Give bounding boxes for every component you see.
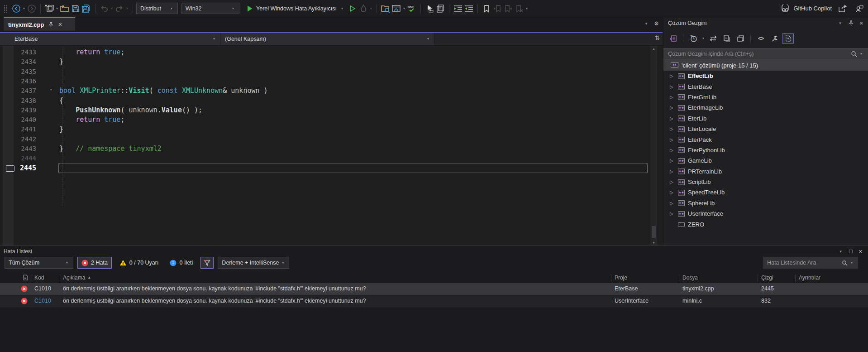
error-row[interactable]: C1010ön derlenmiş üstbilgi aranırken bek… (0, 295, 868, 308)
error-severity-icon[interactable] (21, 285, 28, 294)
tree-item-ScriptLib[interactable]: ▷ScriptLib (663, 177, 868, 187)
tree-item-PRTerrainLib[interactable]: ▷PRTerrainLib (663, 166, 868, 177)
severity-column-icon[interactable] (23, 275, 28, 282)
code-line-2433[interactable]: 2433 return true; (0, 48, 663, 58)
code-line-2435[interactable]: 2435 (0, 67, 663, 77)
new-project-button[interactable] (44, 3, 55, 14)
expander-icon[interactable]: ▷ (670, 116, 678, 121)
expander-icon[interactable]: ▷ (670, 179, 678, 184)
column-header-description[interactable]: Açıklama▲ (63, 275, 91, 281)
expander-icon[interactable]: ▷ (670, 201, 678, 206)
next-bookmark-button[interactable] (503, 3, 514, 14)
toggle-bookmark-button[interactable] (481, 3, 492, 14)
errors-filter-button[interactable]: 2 Hata (77, 257, 112, 269)
redo-dropdown[interactable]: ▾ (125, 7, 129, 10)
tree-item-EterLocale[interactable]: ▷EterLocale (663, 124, 868, 134)
feedback-button[interactable] (854, 3, 864, 14)
start-debugging-button[interactable]: Yerel Windows Hata Ayıklayıcısı ▾ (244, 3, 347, 14)
share-button[interactable] (837, 3, 848, 14)
scrollbar-thumb[interactable] (652, 226, 656, 238)
new-project-dropdown[interactable]: ▾ (55, 7, 59, 10)
clear-bookmarks-button[interactable] (514, 3, 525, 14)
selection-tool-button[interactable] (424, 3, 435, 14)
scrollbar-down-arrow[interactable]: ▼ (650, 240, 657, 246)
editor-options-gear-icon[interactable]: ⚙ (654, 20, 659, 27)
copilot-button[interactable]: GitHub Copilot (780, 5, 832, 13)
code-line-2443[interactable]: 2443} // namespace tinyxml2 (0, 144, 663, 154)
warnings-filter-button[interactable]: 0 / 70 Uyarı (116, 257, 162, 269)
find-in-files-button[interactable] (380, 3, 391, 14)
code-line-2445[interactable]: 2445 (0, 164, 663, 174)
filter-dropdown[interactable]: ▾ (701, 37, 706, 40)
navigate-forward-button[interactable] (26, 3, 37, 14)
expander-icon[interactable]: ▷ (670, 137, 678, 142)
expander-icon[interactable]: ▷ (670, 84, 678, 89)
column-header-details[interactable]: Ayrıntılar (799, 275, 820, 281)
redo-button[interactable] (114, 3, 125, 14)
close-icon[interactable]: ✕ (858, 249, 863, 255)
switch-views-icon[interactable] (667, 33, 679, 44)
scope-filter-dropdown[interactable]: Tüm Çözüm ▾ (5, 257, 73, 269)
search-options-caret[interactable]: ▾ (859, 52, 863, 56)
save-button[interactable] (70, 3, 81, 14)
previous-bookmark-button[interactable] (492, 3, 503, 14)
expander-icon[interactable]: ▷ (670, 95, 678, 100)
code-line-2442[interactable]: 2442 (0, 135, 663, 145)
code-line-2439[interactable]: 2439 PushUnknown( unknown.Value() ); (0, 106, 663, 116)
code-line-2436[interactable]: 2436 (0, 77, 663, 87)
code-line-2441[interactable]: 2441} (0, 125, 663, 135)
search-icon[interactable] (851, 51, 857, 57)
bookmarks-dropdown[interactable]: ▾ (525, 7, 529, 10)
pin-icon[interactable] (48, 22, 54, 28)
code-line-2434[interactable]: 2434} (0, 57, 663, 67)
open-file-button[interactable] (59, 3, 70, 14)
tree-item-GameLib[interactable]: ▷GameLib (663, 155, 868, 166)
expander-icon[interactable]: ▷ (670, 126, 678, 131)
code-line-2444[interactable]: 2444 (0, 154, 663, 164)
tree-item-EterBase[interactable]: ▷EterBase (663, 81, 868, 92)
spell-checker-button[interactable]: abc (406, 3, 417, 14)
expander-icon[interactable]: ▷ (670, 169, 678, 174)
error-code[interactable]: C1010 (34, 298, 51, 304)
expander-icon[interactable]: ▷ (670, 73, 678, 78)
solution-explorer-search-input[interactable]: Çözüm Gezgini İçinde Ara (Ctrl+ş) ▾ (663, 48, 868, 60)
hot-reload-button[interactable] (358, 3, 369, 14)
tree-item-EterImageLib[interactable]: ▷EterImageLib (663, 102, 868, 113)
close-icon[interactable]: ✕ (859, 20, 863, 26)
error-list-search-input[interactable]: Hata Listesinde Ara ▾ (763, 257, 858, 269)
panel-menu-dropdown[interactable]: ▾ (838, 21, 843, 25)
code-editor[interactable]: 2433 return true;2434}243524362437▾bool … (0, 46, 663, 246)
tree-item-EffectLib[interactable]: ▷EffectLib (663, 71, 868, 81)
search-options-caret[interactable]: ▾ (849, 261, 854, 265)
split-window-icon[interactable]: ⇅ (655, 34, 660, 41)
error-code[interactable]: C1010 (34, 285, 51, 292)
properties-wrench-icon[interactable] (768, 33, 780, 44)
column-header-file[interactable]: Dosya (682, 275, 698, 281)
decrease-indent-button[interactable] (453, 3, 463, 14)
save-all-button[interactable] (81, 3, 92, 14)
expander-icon[interactable]: ▷ (670, 148, 678, 153)
expander-icon[interactable]: ▷ (670, 211, 678, 216)
properties-pages-icon[interactable] (734, 33, 746, 44)
document-list-dropdown[interactable]: ▾ (644, 22, 649, 26)
sync-with-active-document-icon[interactable] (707, 33, 719, 44)
scrollbar-up-arrow[interactable]: ▲ (650, 46, 657, 52)
tree-item-SpeedTreeLib[interactable]: ▷SpeedTreeLib (663, 187, 868, 198)
source-filter-dropdown[interactable]: Derleme + IntelliSense ▾ (218, 257, 289, 269)
collapse-all-icon[interactable] (721, 33, 733, 44)
show-all-files-icon[interactable] (782, 33, 794, 44)
project-scope-dropdown[interactable]: EterBase ▾ (0, 33, 220, 45)
view-code-icon[interactable]: <> (755, 33, 767, 44)
messages-filter-button[interactable]: 0 İleti (166, 257, 196, 269)
code-line-2437[interactable]: 2437▾bool XMLPrinter::Visit( const XMLUn… (0, 86, 663, 96)
undo-dropdown[interactable]: ▾ (110, 7, 114, 10)
error-severity-icon[interactable] (21, 298, 28, 306)
filter-toggle-button[interactable] (200, 257, 214, 269)
code-line-2440[interactable]: 2440 return true; (0, 115, 663, 125)
tab-close-icon[interactable]: ✕ (58, 22, 62, 28)
fold-collapse-icon[interactable]: ▾ (50, 88, 52, 92)
tree-item-ZERO[interactable]: ZERO (663, 219, 868, 229)
solution-platform-dropdown[interactable]: Win32 ▾ (181, 3, 239, 14)
tree-item-EterPack[interactable]: ▷EterPack (663, 134, 868, 145)
expander-icon[interactable]: ▷ (670, 158, 678, 163)
